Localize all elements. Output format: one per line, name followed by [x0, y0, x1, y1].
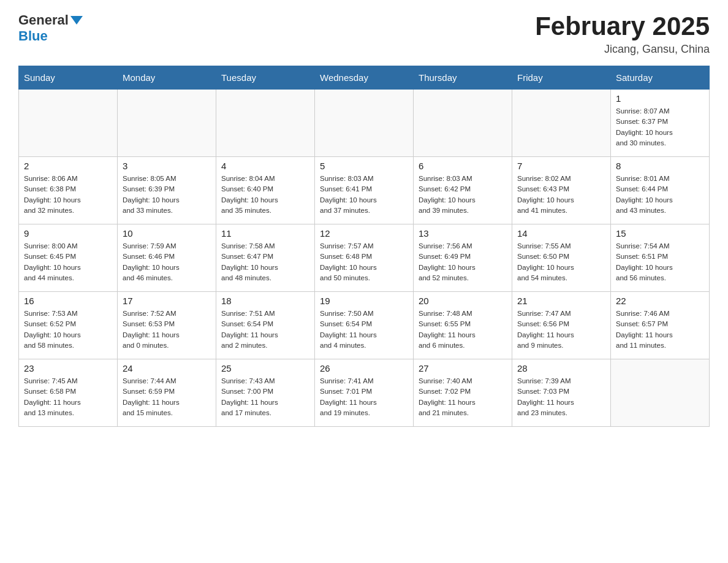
day-info: Sunrise: 8:03 AM Sunset: 6:41 PM Dayligh… — [320, 174, 408, 216]
day-info: Sunrise: 8:06 AM Sunset: 6:38 PM Dayligh… — [24, 174, 112, 216]
day-info: Sunrise: 7:45 AM Sunset: 6:58 PM Dayligh… — [24, 376, 112, 418]
calendar-day-cell — [414, 90, 512, 157]
calendar-day-cell — [216, 90, 315, 157]
logo-blue-text: Blue — [18, 28, 48, 44]
month-title: February 2025 — [535, 12, 710, 40]
day-number: 21 — [517, 296, 605, 306]
day-info: Sunrise: 8:05 AM Sunset: 6:39 PM Dayligh… — [123, 174, 211, 216]
day-of-week-header: Friday — [512, 66, 611, 90]
day-info: Sunrise: 7:59 AM Sunset: 6:46 PM Dayligh… — [123, 241, 211, 283]
day-number: 19 — [320, 296, 408, 306]
calendar-day-cell: 2Sunrise: 8:06 AM Sunset: 6:38 PM Daylig… — [19, 157, 118, 224]
calendar-day-cell — [118, 90, 216, 157]
calendar-day-cell: 21Sunrise: 7:47 AM Sunset: 6:56 PM Dayli… — [512, 292, 611, 359]
calendar-day-cell: 24Sunrise: 7:44 AM Sunset: 6:59 PM Dayli… — [118, 359, 216, 427]
calendar-day-cell: 10Sunrise: 7:59 AM Sunset: 6:46 PM Dayli… — [118, 224, 216, 292]
day-number: 11 — [221, 228, 309, 239]
day-number: 5 — [320, 161, 408, 171]
day-info: Sunrise: 7:55 AM Sunset: 6:50 PM Dayligh… — [517, 241, 605, 283]
calendar-week-row: 9Sunrise: 8:00 AM Sunset: 6:45 PM Daylig… — [19, 224, 710, 292]
calendar-day-cell: 23Sunrise: 7:45 AM Sunset: 6:58 PM Dayli… — [19, 359, 118, 427]
day-number: 10 — [123, 228, 211, 239]
calendar-day-cell — [611, 359, 710, 427]
calendar-day-cell: 7Sunrise: 8:02 AM Sunset: 6:43 PM Daylig… — [512, 157, 611, 224]
calendar-table: SundayMondayTuesdayWednesdayThursdayFrid… — [18, 66, 710, 427]
calendar-day-cell: 14Sunrise: 7:55 AM Sunset: 6:50 PM Dayli… — [512, 224, 611, 292]
day-number: 12 — [320, 228, 408, 239]
calendar-day-cell: 15Sunrise: 7:54 AM Sunset: 6:51 PM Dayli… — [611, 224, 710, 292]
day-number: 6 — [419, 161, 507, 171]
day-of-week-header: Monday — [118, 66, 216, 90]
day-info: Sunrise: 7:57 AM Sunset: 6:48 PM Dayligh… — [320, 241, 408, 283]
logo-general-text: General — [18, 12, 69, 28]
calendar-day-cell: 19Sunrise: 7:50 AM Sunset: 6:54 PM Dayli… — [315, 292, 414, 359]
day-info: Sunrise: 7:52 AM Sunset: 6:53 PM Dayligh… — [123, 308, 211, 351]
calendar-day-cell: 18Sunrise: 7:51 AM Sunset: 6:54 PM Dayli… — [216, 292, 315, 359]
day-number: 16 — [24, 296, 112, 306]
logo-arrow-icon — [70, 16, 83, 25]
day-info: Sunrise: 7:44 AM Sunset: 6:59 PM Dayligh… — [123, 376, 211, 418]
calendar-day-cell — [512, 90, 611, 157]
day-info: Sunrise: 7:41 AM Sunset: 7:01 PM Dayligh… — [320, 376, 408, 418]
day-info: Sunrise: 7:39 AM Sunset: 7:03 PM Dayligh… — [517, 376, 605, 418]
title-section: February 2025 Jicang, Gansu, China — [535, 12, 710, 56]
calendar-day-cell: 26Sunrise: 7:41 AM Sunset: 7:01 PM Dayli… — [315, 359, 414, 427]
day-number: 4 — [221, 161, 309, 171]
day-info: Sunrise: 7:51 AM Sunset: 6:54 PM Dayligh… — [221, 308, 309, 351]
calendar-header-row: SundayMondayTuesdayWednesdayThursdayFrid… — [19, 66, 710, 90]
day-info: Sunrise: 7:53 AM Sunset: 6:52 PM Dayligh… — [24, 308, 112, 351]
calendar-day-cell: 4Sunrise: 8:04 AM Sunset: 6:40 PM Daylig… — [216, 157, 315, 224]
day-info: Sunrise: 8:00 AM Sunset: 6:45 PM Dayligh… — [24, 241, 112, 283]
calendar-day-cell: 11Sunrise: 7:58 AM Sunset: 6:47 PM Dayli… — [216, 224, 315, 292]
day-number: 7 — [517, 161, 605, 171]
calendar-day-cell: 13Sunrise: 7:56 AM Sunset: 6:49 PM Dayli… — [414, 224, 512, 292]
day-info: Sunrise: 7:54 AM Sunset: 6:51 PM Dayligh… — [616, 241, 704, 283]
day-number: 9 — [24, 228, 112, 239]
calendar-week-row: 23Sunrise: 7:45 AM Sunset: 6:58 PM Dayli… — [19, 359, 710, 427]
day-info: Sunrise: 7:46 AM Sunset: 6:57 PM Dayligh… — [616, 308, 704, 351]
day-info: Sunrise: 7:40 AM Sunset: 7:02 PM Dayligh… — [419, 376, 507, 418]
day-of-week-header: Sunday — [19, 66, 118, 90]
calendar-week-row: 16Sunrise: 7:53 AM Sunset: 6:52 PM Dayli… — [19, 292, 710, 359]
calendar-day-cell: 12Sunrise: 7:57 AM Sunset: 6:48 PM Dayli… — [315, 224, 414, 292]
day-info: Sunrise: 7:48 AM Sunset: 6:55 PM Dayligh… — [419, 308, 507, 351]
day-info: Sunrise: 8:04 AM Sunset: 6:40 PM Dayligh… — [221, 174, 309, 216]
calendar-day-cell: 27Sunrise: 7:40 AM Sunset: 7:02 PM Dayli… — [414, 359, 512, 427]
calendar-day-cell: 28Sunrise: 7:39 AM Sunset: 7:03 PM Dayli… — [512, 359, 611, 427]
location-title: Jicang, Gansu, China — [535, 43, 710, 56]
day-number: 15 — [616, 228, 704, 239]
calendar-day-cell: 1Sunrise: 8:07 AM Sunset: 6:37 PM Daylig… — [611, 90, 710, 157]
day-number: 2 — [24, 161, 112, 171]
day-number: 25 — [221, 363, 309, 373]
day-number: 13 — [419, 228, 507, 239]
calendar-day-cell: 20Sunrise: 7:48 AM Sunset: 6:55 PM Dayli… — [414, 292, 512, 359]
day-number: 24 — [123, 363, 211, 373]
calendar-day-cell: 16Sunrise: 7:53 AM Sunset: 6:52 PM Dayli… — [19, 292, 118, 359]
calendar-week-row: 1Sunrise: 8:07 AM Sunset: 6:37 PM Daylig… — [19, 90, 710, 157]
day-info: Sunrise: 8:02 AM Sunset: 6:43 PM Dayligh… — [517, 174, 605, 216]
day-of-week-header: Wednesday — [315, 66, 414, 90]
calendar-day-cell: 17Sunrise: 7:52 AM Sunset: 6:53 PM Dayli… — [118, 292, 216, 359]
day-number: 8 — [616, 161, 704, 171]
calendar-day-cell: 3Sunrise: 8:05 AM Sunset: 6:39 PM Daylig… — [118, 157, 216, 224]
day-number: 14 — [517, 228, 605, 239]
day-info: Sunrise: 7:43 AM Sunset: 7:00 PM Dayligh… — [221, 376, 309, 418]
day-of-week-header: Thursday — [414, 66, 512, 90]
day-number: 27 — [419, 363, 507, 373]
day-number: 23 — [24, 363, 112, 373]
day-of-week-header: Tuesday — [216, 66, 315, 90]
day-number: 3 — [123, 161, 211, 171]
day-info: Sunrise: 7:56 AM Sunset: 6:49 PM Dayligh… — [419, 241, 507, 283]
day-info: Sunrise: 8:07 AM Sunset: 6:37 PM Dayligh… — [616, 106, 704, 148]
day-number: 18 — [221, 296, 309, 306]
calendar-day-cell: 5Sunrise: 8:03 AM Sunset: 6:41 PM Daylig… — [315, 157, 414, 224]
day-info: Sunrise: 8:01 AM Sunset: 6:44 PM Dayligh… — [616, 174, 704, 216]
calendar-week-row: 2Sunrise: 8:06 AM Sunset: 6:38 PM Daylig… — [19, 157, 710, 224]
day-number: 1 — [616, 93, 704, 104]
day-number: 22 — [616, 296, 704, 306]
day-info: Sunrise: 7:50 AM Sunset: 6:54 PM Dayligh… — [320, 308, 408, 351]
calendar-day-cell: 25Sunrise: 7:43 AM Sunset: 7:00 PM Dayli… — [216, 359, 315, 427]
calendar-day-cell: 9Sunrise: 8:00 AM Sunset: 6:45 PM Daylig… — [19, 224, 118, 292]
day-info: Sunrise: 8:03 AM Sunset: 6:42 PM Dayligh… — [419, 174, 507, 216]
day-number: 28 — [517, 363, 605, 373]
